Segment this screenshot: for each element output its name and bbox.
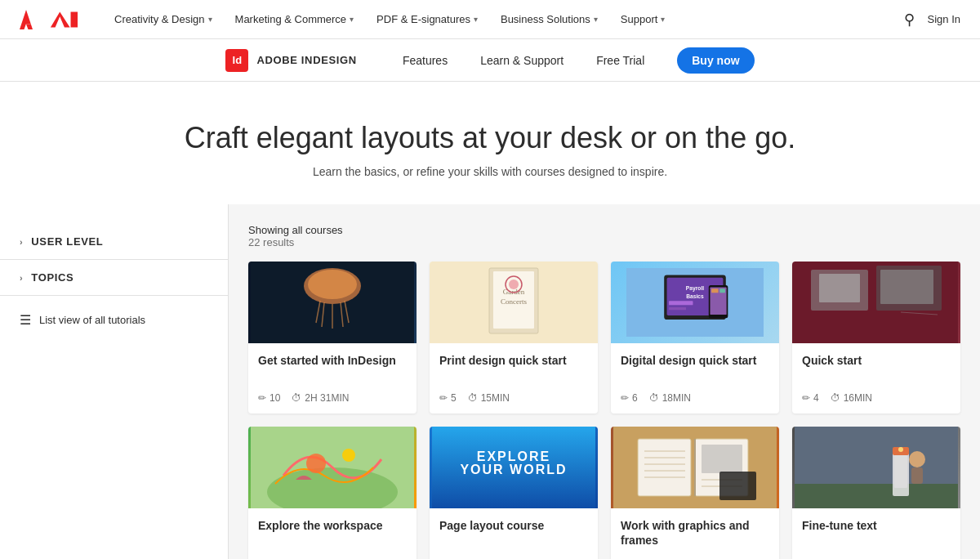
- svg-text:Concerts: Concerts: [501, 297, 527, 306]
- course-info: Get started with InDesign ✏ 10 ⏱ 2H 31MI…: [248, 343, 416, 414]
- sidebar: › USER LEVEL › TOPICS ☰ List view of all…: [0, 204, 229, 559]
- course-meta: ✏ 5 ⏱ 15MIN: [439, 392, 588, 404]
- course-title: Work with graphics and frames: [621, 518, 769, 548]
- course-card[interactable]: Quick start ✏ 4 ⏱ 16MIN: [792, 262, 960, 414]
- subnav-features[interactable]: Features: [403, 54, 448, 67]
- course-thumbnail: [792, 427, 960, 508]
- course-card[interactable]: Fine-tune text: [792, 427, 960, 559]
- nav-marketing-commerce[interactable]: Marketing & Commerce ▾: [225, 0, 364, 39]
- list-icon: ☰: [20, 312, 31, 328]
- svg-text:YOUR WORLD: YOUR WORLD: [460, 463, 567, 476]
- svg-rect-63: [911, 467, 923, 484]
- course-meta: ✏ 6 ⏱ 18MIN: [621, 392, 769, 404]
- svg-text:Payroll: Payroll: [686, 285, 705, 292]
- course-card[interactable]: Explore the workspace: [248, 427, 416, 559]
- pencil-icon: ✏: [439, 392, 448, 404]
- header: Creativity & Design ▾ Marketing & Commer…: [0, 0, 980, 39]
- svg-marker-4: [51, 11, 70, 27]
- subnav-learn-support[interactable]: Learn & Support: [480, 54, 564, 67]
- course-thumbnail: [248, 427, 416, 508]
- product-subnav: Id ADOBE INDESIGN Features Learn & Suppo…: [0, 39, 980, 82]
- course-title: Get started with InDesign: [258, 353, 407, 382]
- sign-in-link[interactable]: Sign In: [928, 13, 960, 25]
- svg-rect-47: [638, 439, 691, 496]
- clock-icon: ⏱: [649, 392, 659, 404]
- nav-pdf-esignatures[interactable]: PDF & E-signatures ▾: [367, 0, 488, 39]
- course-card[interactable]: EXPLORE YOUR WORLD Page layout course: [430, 427, 598, 559]
- svg-point-41: [342, 449, 355, 462]
- user-level-filter[interactable]: › USER LEVEL: [0, 224, 228, 260]
- indesign-icon: Id: [225, 49, 248, 72]
- svg-rect-55: [702, 445, 742, 473]
- svg-rect-65: [894, 455, 907, 488]
- course-title: Explore the workspace: [258, 518, 407, 548]
- course-info: Work with graphics and frames: [611, 508, 779, 559]
- hero-section: Craft elegant layouts at your desk or on…: [0, 82, 980, 204]
- course-info: Quick start ✏ 4 ⏱ 16MIN: [792, 343, 960, 414]
- nav-creativity-design[interactable]: Creativity & Design ▾: [105, 0, 222, 39]
- course-info: Digital design quick start ✏ 6 ⏱ 18MIN: [611, 343, 779, 414]
- svg-point-40: [306, 454, 326, 473]
- topics-filter[interactable]: › TOPICS: [0, 260, 228, 296]
- hero-subtitle: Learn the basics, or refine your skills …: [20, 165, 960, 178]
- course-info: Explore the workspace: [248, 508, 416, 559]
- results-info: Showing all courses 22 results: [248, 224, 960, 248]
- chevron-down-icon: ▾: [474, 15, 478, 24]
- svg-rect-26: [669, 301, 693, 305]
- subnav-free-trial[interactable]: Free Trial: [596, 54, 644, 67]
- lesson-count: ✏ 5: [439, 392, 457, 404]
- pencil-icon: ✏: [802, 392, 810, 404]
- course-meta: ✏ 4 ⏱ 16MIN: [802, 392, 951, 404]
- course-title: Fine-tune text: [802, 518, 951, 548]
- nav-business-solutions[interactable]: Business Solutions ▾: [491, 0, 608, 39]
- chevron-down-icon: ▾: [208, 15, 212, 24]
- lesson-count: ✏ 4: [802, 392, 819, 404]
- chevron-right-icon: ›: [20, 273, 23, 283]
- course-thumbnail: EXPLORE YOUR WORLD: [430, 427, 598, 508]
- course-card[interactable]: Work with graphics and frames: [611, 427, 779, 559]
- course-title: Print design quick start: [439, 353, 588, 382]
- hero-title: Craft elegant layouts at your desk or on…: [20, 121, 960, 155]
- nav-support[interactable]: Support ▾: [611, 0, 675, 39]
- svg-rect-36: [880, 270, 933, 304]
- header-actions: ⚲ Sign In: [904, 11, 960, 29]
- svg-point-20: [509, 280, 519, 289]
- main-nav: Creativity & Design ▾ Marketing & Commer…: [105, 0, 904, 39]
- course-meta: ✏ 10 ⏱ 2H 31MIN: [258, 392, 407, 404]
- adobe-logo[interactable]: [20, 10, 78, 29]
- search-icon[interactable]: ⚲: [904, 11, 915, 29]
- lesson-count: ✏ 10: [258, 392, 280, 404]
- course-title: Digital design quick start: [621, 353, 769, 382]
- duration: ⏱ 16MIN: [831, 392, 872, 404]
- pencil-icon: ✏: [258, 392, 266, 404]
- svg-point-8: [308, 270, 357, 299]
- buy-now-button[interactable]: Buy now: [677, 47, 754, 74]
- svg-rect-61: [795, 484, 958, 508]
- course-title: Page layout course: [439, 518, 588, 548]
- svg-point-67: [898, 447, 903, 452]
- svg-rect-27: [669, 307, 686, 310]
- course-thumbnail: Payroll Basics: [611, 262, 779, 343]
- chevron-down-icon: ▾: [594, 15, 598, 24]
- course-info: Page layout course: [430, 508, 598, 559]
- svg-rect-31: [719, 288, 725, 293]
- course-grid: Get started with InDesign ✏ 10 ⏱ 2H 31MI…: [248, 262, 960, 559]
- results-count: 22 results: [248, 236, 960, 248]
- svg-text:Basics: Basics: [686, 293, 704, 299]
- clock-icon: ⏱: [468, 392, 478, 404]
- svg-text:EXPLORE: EXPLORE: [477, 449, 550, 463]
- svg-rect-5: [71, 11, 78, 27]
- content-area: Showing all courses 22 results: [229, 204, 980, 559]
- svg-rect-30: [711, 288, 718, 293]
- course-thumbnail: [611, 427, 779, 508]
- list-view-link[interactable]: ☰ List view of all tutorials: [0, 296, 228, 344]
- course-card[interactable]: Garden Concerts Print design quick start…: [430, 262, 598, 414]
- chevron-down-icon: ▾: [661, 15, 665, 24]
- clock-icon: ⏱: [292, 392, 301, 404]
- duration: ⏱ 2H 31MIN: [292, 392, 349, 404]
- course-card[interactable]: Get started with InDesign ✏ 10 ⏱ 2H 31MI…: [248, 262, 416, 414]
- course-card[interactable]: Payroll Basics Digital design quick star…: [611, 262, 779, 414]
- chevron-down-icon: ▾: [350, 15, 354, 24]
- clock-icon: ⏱: [831, 392, 840, 404]
- product-name: ADOBE INDESIGN: [256, 54, 357, 66]
